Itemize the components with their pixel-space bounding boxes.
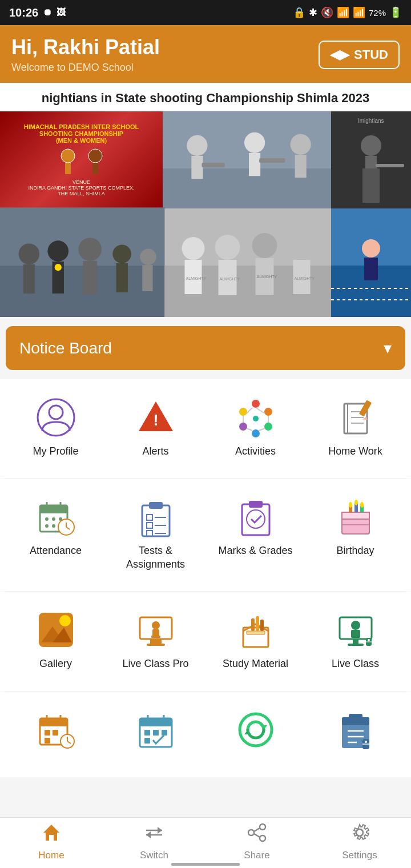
svg-rect-100 — [342, 518, 369, 534]
svg-point-38 — [291, 237, 313, 260]
stud-label: STUD — [354, 47, 388, 62]
svg-rect-143 — [140, 718, 172, 726]
live-class-label: Live Class — [332, 657, 379, 670]
svg-point-82 — [52, 517, 55, 521]
svg-rect-149 — [144, 738, 150, 744]
svg-point-99 — [247, 510, 265, 528]
menu-item-study-material[interactable]: Study Material — [206, 597, 305, 685]
side-img-bottom — [331, 208, 411, 317]
svg-rect-127 — [353, 639, 358, 644]
menu-item-marks[interactable]: Marks & Grades — [206, 484, 305, 585]
svg-point-160 — [365, 741, 367, 743]
svg-point-116 — [152, 621, 160, 629]
live-class-pro-icon — [135, 609, 176, 650]
svg-point-22 — [112, 244, 131, 263]
svg-line-171 — [254, 828, 260, 831]
svg-point-170 — [248, 830, 254, 835]
menu-item-homework[interactable]: Home Work — [305, 385, 405, 472]
svg-point-168 — [260, 824, 265, 830]
svg-rect-128 — [348, 644, 364, 646]
svg-point-59 — [264, 423, 272, 431]
nav-home[interactable]: Home — [17, 822, 86, 861]
svg-rect-7 — [191, 156, 203, 179]
news-images: HIMACHAL PRADESH INTER SCHOOLSHOOTING CH… — [0, 111, 411, 317]
status-icons: 🔒✱🔇📶📶 72% 🔋 — [293, 6, 402, 19]
svg-rect-122 — [260, 620, 264, 631]
svg-point-105 — [349, 502, 352, 508]
svg-point-58 — [264, 408, 272, 416]
svg-rect-121 — [256, 616, 259, 631]
svg-rect-114 — [150, 639, 162, 644]
svg-point-26 — [55, 264, 62, 271]
attendance-label: Attendance — [30, 544, 82, 557]
notice-board[interactable]: Notice Board ▾ — [6, 326, 405, 370]
svg-point-150 — [240, 714, 272, 746]
svg-point-16 — [19, 243, 40, 264]
svg-rect-93 — [147, 523, 152, 528]
menu-item-r4-2[interactable] — [106, 697, 206, 771]
menu-item-my-profile[interactable]: My Profile — [6, 385, 106, 472]
news-bottom-row: ALMIGHTY ALMIGHTY ALMIGHTY ALMIGHTY — [0, 208, 331, 317]
news-title: nightians in State shooting Championship… — [0, 89, 411, 108]
header-subtitle: Welcome to DEMO School — [11, 62, 160, 74]
svg-point-2 — [88, 149, 102, 163]
svg-rect-8 — [202, 163, 224, 167]
menu-item-alerts[interactable]: ! Alerts — [106, 385, 206, 472]
menu-item-live-class[interactable]: Live Class — [305, 597, 405, 685]
svg-point-107 — [360, 502, 364, 508]
status-time: 10:26 ⏺ 🖼 — [9, 6, 66, 19]
nav-switch[interactable]: Switch — [120, 822, 188, 861]
svg-rect-10 — [249, 153, 260, 176]
menu-item-activities[interactable]: Activities — [206, 385, 305, 472]
birthday-label: Birthday — [336, 544, 374, 557]
menu-item-attendance[interactable]: Attendance — [6, 484, 106, 585]
svg-rect-101 — [342, 512, 369, 519]
svg-point-63 — [253, 416, 259, 421]
svg-rect-115 — [147, 644, 165, 646]
gallery-label: Gallery — [39, 657, 72, 670]
svg-rect-90 — [149, 502, 163, 509]
svg-rect-78 — [40, 505, 67, 513]
svg-point-85 — [52, 524, 55, 528]
stud-icon: ◀▶ — [330, 47, 349, 62]
svg-line-64 — [256, 408, 265, 413]
side-img-top: lmightians — [331, 111, 411, 208]
svg-point-24 — [140, 249, 156, 265]
svg-point-18 — [47, 240, 68, 262]
bottom-nav: Home Switch Share — [0, 817, 411, 868]
home-icon — [41, 822, 62, 847]
tests-icon — [135, 496, 176, 537]
svg-rect-21 — [83, 261, 97, 295]
svg-rect-136 — [45, 730, 50, 736]
menu-item-birthday[interactable]: Birthday — [305, 484, 405, 585]
menu-item-r4-4[interactable] — [305, 697, 405, 771]
nav-share[interactable]: Share — [223, 822, 291, 861]
svg-point-62 — [239, 408, 247, 416]
svg-point-57 — [252, 400, 260, 408]
svg-line-67 — [247, 428, 252, 431]
svg-rect-45 — [376, 164, 404, 167]
svg-rect-91 — [147, 515, 152, 520]
nav-settings[interactable]: Settings — [325, 822, 394, 861]
svg-point-32 — [215, 235, 240, 260]
svg-rect-163 — [49, 835, 54, 841]
menu-item-r4-3[interactable] — [206, 697, 305, 771]
menu-item-r4-1[interactable] — [6, 697, 106, 771]
study-material-label: Study Material — [223, 657, 288, 670]
svg-line-69 — [247, 408, 252, 413]
menu-item-tests[interactable]: Tests & Assignments — [106, 484, 206, 585]
shoot-action-img — [163, 111, 331, 208]
menu-item-live-class-pro[interactable]: Live Class Pro — [106, 597, 206, 685]
notice-board-label: Notice Board — [19, 339, 112, 357]
svg-rect-50 — [364, 258, 378, 280]
homework-icon — [335, 397, 376, 438]
share-label: Share — [244, 850, 269, 861]
stud-button[interactable]: ◀▶ STUD — [319, 41, 400, 69]
menu-item-gallery[interactable]: Gallery — [6, 597, 106, 685]
menu-grid-row4 — [0, 692, 411, 777]
svg-line-66 — [259, 428, 265, 431]
marks-icon — [235, 496, 276, 537]
svg-point-43 — [361, 135, 381, 156]
svg-rect-126 — [351, 630, 360, 638]
svg-point-106 — [354, 500, 358, 505]
